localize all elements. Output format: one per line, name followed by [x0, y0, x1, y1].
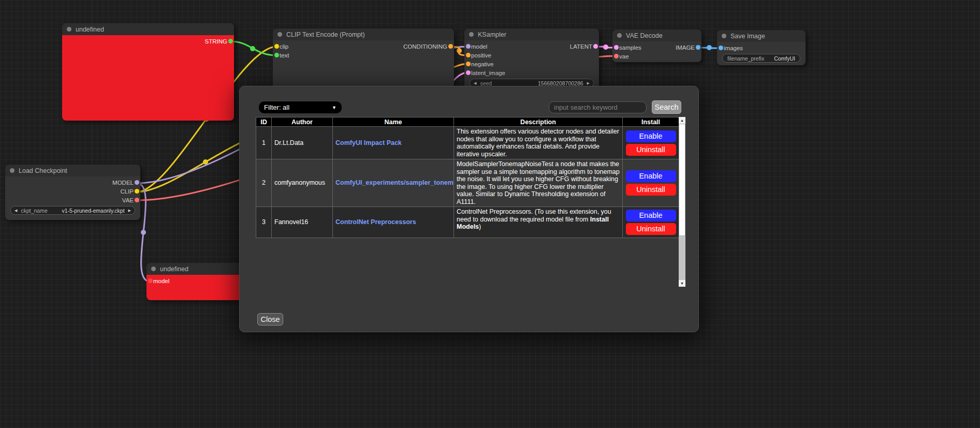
collapse-dot-icon[interactable]	[151, 267, 156, 271]
comfyui-canvas[interactable]: undefined STRING CLIP Text Encode (Promp…	[0, 0, 980, 428]
extension-link[interactable]: ComfyUI_experiments/sampler_tonemap	[335, 179, 454, 186]
table-row: 2 comfyanonymous ComfyUI_experiments/sam…	[256, 159, 679, 207]
node-undefined-top[interactable]: undefined STRING	[62, 23, 234, 121]
node-save-image[interactable]: Save Image images filename_prefix ComfyU…	[717, 30, 806, 65]
node-title: KSampler	[478, 31, 506, 38]
input-dot-positive[interactable]	[466, 53, 471, 57]
node-body[interactable]: STRING	[62, 35, 234, 121]
filter-select[interactable]: Filter: all ▼	[259, 101, 342, 113]
collapse-dot-icon[interactable]	[617, 33, 622, 38]
input-dot-vae[interactable]	[614, 54, 619, 58]
cell-install: Enable Uninstall	[623, 207, 679, 238]
search-button[interactable]: Search	[652, 100, 681, 114]
widget-decrement-icon[interactable]: ◀	[14, 209, 17, 212]
extension-link[interactable]: ComfyUI Impact Pack	[335, 139, 402, 146]
cell-description: This extension offers various detector n…	[454, 127, 623, 159]
widget-decrement-icon[interactable]: ◀	[474, 81, 476, 85]
link-midpoint-dot	[250, 46, 255, 51]
node-body[interactable]: images filename_prefix ComfyUI	[717, 42, 806, 65]
cell-name: ControlNet Preprocessors	[333, 207, 454, 238]
widget-increment-icon[interactable]: ▶	[587, 81, 590, 85]
scrollbar-down-icon[interactable]: ▼	[679, 280, 685, 287]
description-text: ModelSamplerTonemapNoiseTest a node that…	[457, 160, 620, 205]
node-title-bar[interactable]: Load Checkpoint	[5, 165, 140, 176]
output-label: MODEL	[112, 180, 134, 186]
uninstall-button[interactable]: Uninstall	[626, 144, 676, 156]
cell-author: Fannovel16	[272, 207, 333, 238]
output-dot-string[interactable]	[228, 39, 233, 43]
input-dot-model[interactable]	[148, 278, 153, 283]
cell-author: Dr.Lt.Data	[272, 127, 333, 159]
cell-name: ComfyUI Impact Pack	[333, 127, 454, 159]
description-text: )	[479, 223, 481, 230]
link-midpoint-dot	[141, 230, 146, 235]
widget-label: seed	[480, 80, 492, 86]
input-label: vae	[619, 53, 629, 60]
output-slot-string: STRING	[62, 37, 234, 46]
header-install: Install	[623, 117, 679, 127]
node-load-checkpoint[interactable]: Load Checkpoint MODEL CLIP VAE ◀ ckpt_na…	[5, 165, 140, 220]
table-row: 1 Dr.Lt.Data ComfyUI Impact Pack This ex…	[256, 127, 679, 159]
table-scrollbar[interactable]: ▲ ▼	[679, 117, 685, 287]
uninstall-button[interactable]: Uninstall	[626, 184, 676, 196]
enable-button[interactable]: Enable	[626, 130, 676, 142]
node-body[interactable]: model LATENT positive negative latent_im…	[464, 40, 599, 91]
input-label: samples	[619, 45, 641, 51]
node-title: Load Checkpoint	[19, 167, 67, 174]
node-title-bar[interactable]: undefined	[147, 263, 242, 275]
output-label: VAE	[122, 197, 134, 203]
header-name: Name	[333, 117, 454, 127]
collapse-dot-icon[interactable]	[469, 32, 474, 37]
ckpt-name-widget[interactable]: ◀ ckpt_name v1-5-pruned-emaonly.ckpt ▶	[10, 206, 135, 215]
output-dot-clip[interactable]	[135, 189, 139, 194]
extension-link[interactable]: ControlNet Preprocessors	[335, 218, 416, 226]
node-body[interactable]: MODEL CLIP VAE ◀ ckpt_name v1-5-pruned-e…	[5, 176, 140, 220]
node-title-bar[interactable]: CLIP Text Encode (Prompt)	[273, 28, 454, 40]
input-slot-vae: vae	[612, 52, 701, 61]
enable-button[interactable]: Enable	[626, 210, 676, 222]
input-dot-clip[interactable]	[274, 44, 279, 49]
node-undefined-bottom[interactable]: undefined model	[147, 263, 242, 300]
filter-select-value: Filter: all	[264, 104, 289, 111]
close-button[interactable]: Close	[257, 313, 283, 326]
node-title-bar[interactable]: undefined	[62, 23, 234, 35]
output-dot-model[interactable]	[135, 180, 139, 185]
widget-value: ComfyUI	[774, 55, 795, 62]
output-dot-latent[interactable]	[593, 44, 598, 49]
cell-install: Enable Uninstall	[623, 159, 679, 207]
input-dot-text[interactable]	[274, 53, 279, 57]
input-dot-negative[interactable]	[466, 62, 471, 66]
collapse-dot-icon[interactable]	[67, 27, 71, 32]
output-dot-vae[interactable]	[135, 198, 139, 202]
widget-increment-icon[interactable]: ▶	[128, 209, 131, 212]
collapse-dot-icon[interactable]	[277, 32, 282, 37]
output-dot-conditioning[interactable]	[448, 44, 453, 49]
scrollbar-thumb[interactable]	[679, 124, 685, 236]
collapse-dot-icon[interactable]	[722, 34, 726, 38]
input-slot-negative: negative	[464, 60, 599, 68]
input-slot-model: model LATENT	[464, 42, 599, 51]
enable-button[interactable]: Enable	[626, 170, 676, 182]
cell-id: 1	[256, 127, 272, 159]
search-input[interactable]	[549, 101, 647, 113]
node-title-bar[interactable]: VAE Decode	[612, 29, 701, 41]
input-dot-images[interactable]	[719, 46, 723, 50]
node-body[interactable]: model	[147, 275, 242, 300]
input-dot-latent-image[interactable]	[466, 70, 471, 75]
input-label: model	[471, 43, 487, 50]
input-dot-model[interactable]	[466, 44, 471, 49]
node-title-bar[interactable]: Save Image	[717, 30, 806, 42]
node-title: VAE Decode	[626, 32, 663, 39]
collapse-dot-icon[interactable]	[10, 168, 14, 173]
node-vae-decode[interactable]: VAE Decode samples IMAGE vae	[612, 29, 701, 62]
table-row: 3 Fannovel16 ControlNet Preprocessors Co…	[256, 207, 679, 238]
input-dot-samples[interactable]	[614, 45, 619, 50]
filename-prefix-widget[interactable]: filename_prefix ComfyUI	[722, 54, 800, 63]
node-body[interactable]: samples IMAGE vae	[612, 41, 701, 62]
node-title-bar[interactable]: KSampler	[464, 28, 599, 40]
output-dot-image[interactable]	[696, 45, 700, 50]
scrollbar-up-icon[interactable]: ▲	[679, 117, 685, 124]
node-ksampler[interactable]: KSampler model LATENT positive negative …	[464, 28, 599, 91]
cell-description: ControlNet Preprocessors. (To use this e…	[454, 207, 623, 238]
uninstall-button[interactable]: Uninstall	[626, 223, 676, 235]
